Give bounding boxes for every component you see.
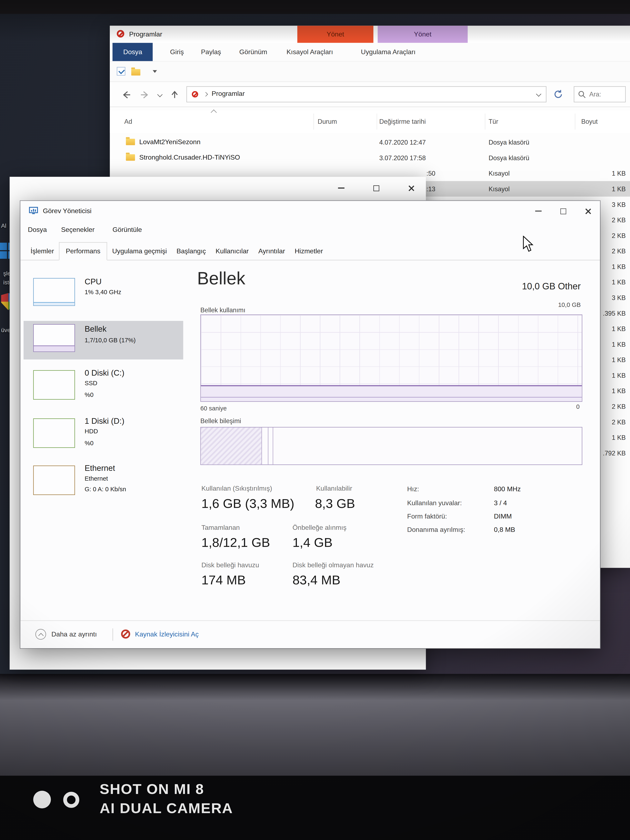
sidebar-item-cpu[interactable]: CPU 1% 3,40 GHz bbox=[24, 276, 183, 320]
breadcrumb-chevron-icon bbox=[204, 92, 208, 97]
task-manager-titlebar[interactable]: Görev Yöneticisi bbox=[21, 201, 600, 221]
watermark-dot-icon bbox=[33, 791, 51, 808]
file-date: 3.07.2020 17:58 bbox=[379, 155, 426, 162]
detail-slots-label: Kullanılan yuvalar: bbox=[407, 499, 462, 507]
column-header-type[interactable]: Tür bbox=[488, 118, 498, 125]
tab-processes[interactable]: İşlemler bbox=[25, 243, 59, 260]
tab-details[interactable]: Ayrıntılar bbox=[254, 243, 290, 260]
up-icon[interactable] bbox=[170, 90, 179, 99]
tab-view[interactable]: Görünüm bbox=[233, 43, 274, 61]
sidebar-item-disk1[interactable]: 1 Diski (D:) HDD %0 bbox=[24, 416, 183, 461]
recent-locations-icon[interactable] bbox=[157, 92, 163, 97]
minimize-button[interactable] bbox=[329, 177, 354, 199]
forward-icon[interactable] bbox=[140, 90, 149, 99]
task-manager-window: Görev Yöneticisi Dosya Seçenekler Görünt… bbox=[21, 201, 600, 648]
stat-cached-label: Önbelleğe alınmış bbox=[292, 524, 346, 532]
usage-chart-label: Bellek kullanımı bbox=[201, 306, 245, 314]
disk1-mini-graph bbox=[33, 418, 75, 448]
sidebar-item-disk0[interactable]: 0 Diski (C:) SSD %0 bbox=[24, 368, 183, 413]
customize-toolbar-icon[interactable] bbox=[153, 70, 157, 73]
usage-chart-time: 60 saniye bbox=[201, 405, 227, 412]
column-header-size[interactable]: Boyut bbox=[581, 118, 598, 125]
column-header-status[interactable]: Durum bbox=[318, 118, 337, 125]
column-separator[interactable] bbox=[485, 114, 485, 129]
close-icon bbox=[584, 207, 591, 215]
ethernet-name: Ethernet bbox=[85, 475, 108, 482]
address-dropdown-icon[interactable] bbox=[536, 92, 541, 97]
stat-nonpaged-pool-label: Disk belleği olmayan havuz bbox=[292, 562, 374, 569]
stat-cached-value: 1,4 GB bbox=[292, 535, 333, 550]
tab-shortcut-tools[interactable]: Kısayol Araçları bbox=[280, 43, 339, 61]
back-icon[interactable] bbox=[122, 90, 131, 99]
tab-users[interactable]: Kullanıcılar bbox=[211, 243, 254, 260]
maximize-button[interactable] bbox=[551, 201, 575, 221]
tab-application-tools[interactable]: Uygulama Araçları bbox=[354, 43, 422, 61]
stat-available-value: 8,3 GB bbox=[315, 496, 355, 511]
task-manager-tab-bar: İşlemler Performans Uygulama geçmişi Baş… bbox=[21, 241, 600, 261]
sort-ascending-icon bbox=[211, 109, 217, 115]
ethernet-mini-graph bbox=[33, 466, 75, 495]
refresh-icon[interactable] bbox=[553, 89, 563, 99]
menu-file[interactable]: Dosya bbox=[28, 226, 47, 234]
disk0-mini-graph bbox=[33, 370, 75, 399]
memory-usage-line bbox=[201, 397, 582, 398]
column-separator[interactable] bbox=[313, 114, 314, 129]
new-folder-icon[interactable] bbox=[131, 69, 141, 76]
file-name: LovaMt2YeniSezonn bbox=[139, 138, 201, 145]
tab-services[interactable]: Hizmetler bbox=[290, 243, 328, 260]
fewer-details-icon[interactable] bbox=[35, 629, 46, 639]
menu-view[interactable]: Görüntüle bbox=[112, 226, 142, 234]
cpu-detail: 1% 3,40 GHz bbox=[85, 289, 121, 295]
mouse-cursor bbox=[522, 235, 535, 253]
minimize-button[interactable] bbox=[526, 201, 551, 221]
menu-options[interactable]: Seçenekler bbox=[61, 226, 95, 234]
maximize-button[interactable] bbox=[364, 177, 388, 199]
search-input[interactable] bbox=[589, 88, 624, 101]
close-button[interactable] bbox=[575, 201, 600, 221]
search-icon bbox=[578, 91, 586, 99]
disk0-type: SSD bbox=[85, 380, 97, 386]
tab-share[interactable]: Paylaş bbox=[194, 43, 227, 61]
file-size: 1 KB bbox=[583, 170, 626, 177]
stat-committed-value: 1,8/12,1 GB bbox=[202, 535, 270, 550]
tab-performance[interactable]: Performans bbox=[59, 242, 107, 260]
detail-speed-value: 800 MHz bbox=[494, 485, 521, 493]
file-size: 1 KB bbox=[583, 185, 626, 193]
column-header-name[interactable]: Ad bbox=[125, 118, 132, 125]
table-row[interactable]: Stronghold.Crusader.HD-TiNYiSO 3.07.2020… bbox=[110, 150, 630, 166]
fewer-details-button[interactable]: Daha az ayrıntı bbox=[52, 631, 97, 638]
memory-mini-graph bbox=[33, 324, 75, 352]
photo-of-screen: Al şletim istem üvenl Programlar Yönet Y… bbox=[0, 0, 630, 840]
column-header-date[interactable]: Değiştirme tarihi bbox=[379, 118, 426, 125]
search-box[interactable] bbox=[574, 86, 625, 102]
watermark-ring-icon bbox=[63, 792, 79, 808]
column-separator[interactable] bbox=[377, 114, 377, 129]
open-resource-monitor-link[interactable]: Kaynak İzleyicisini Aç bbox=[135, 631, 199, 638]
column-separator[interactable] bbox=[575, 114, 575, 129]
sidebar-item-memory[interactable]: Bellek 1,7/10,0 GB (17%) bbox=[24, 321, 183, 359]
manage-shortcut-tools-header[interactable]: Yönet bbox=[297, 25, 373, 43]
breadcrumb[interactable]: Programlar bbox=[212, 90, 245, 98]
location-icon bbox=[192, 91, 198, 98]
stat-committed-label: Tamamlanan bbox=[202, 524, 240, 532]
maximize-icon bbox=[560, 208, 566, 214]
memory-usage-area bbox=[201, 385, 582, 401]
explorer-titlebar[interactable]: Programlar Yönet Yönet bbox=[110, 25, 630, 43]
close-button[interactable] bbox=[398, 177, 423, 199]
task-manager-app-icon bbox=[29, 207, 38, 215]
tab-app-history[interactable]: Uygulama geçmişi bbox=[107, 243, 172, 260]
photo-bottom bbox=[0, 775, 630, 840]
tab-file[interactable]: Dosya bbox=[112, 43, 153, 61]
address-bar[interactable]: Programlar bbox=[186, 86, 546, 102]
close-icon bbox=[407, 185, 414, 191]
table-row[interactable]: LovaMt2YeniSezonn 4.07.2020 12:47 Dosya … bbox=[110, 134, 630, 150]
select-items-icon[interactable] bbox=[117, 67, 125, 76]
manage-application-tools-header[interactable]: Yönet bbox=[378, 25, 468, 43]
sidebar-item-ethernet[interactable]: Ethernet Ethernet G: 0 A: 0 Kb/sn bbox=[24, 463, 183, 508]
tab-startup[interactable]: Başlangıç bbox=[172, 243, 211, 260]
disk1-usage: %0 bbox=[85, 440, 93, 446]
page-title-memory: Bellek bbox=[197, 268, 245, 289]
tab-home[interactable]: Giriş bbox=[164, 43, 190, 61]
detail-speed-label: Hız: bbox=[407, 485, 419, 493]
file-date-fragment: :13 bbox=[426, 185, 436, 193]
